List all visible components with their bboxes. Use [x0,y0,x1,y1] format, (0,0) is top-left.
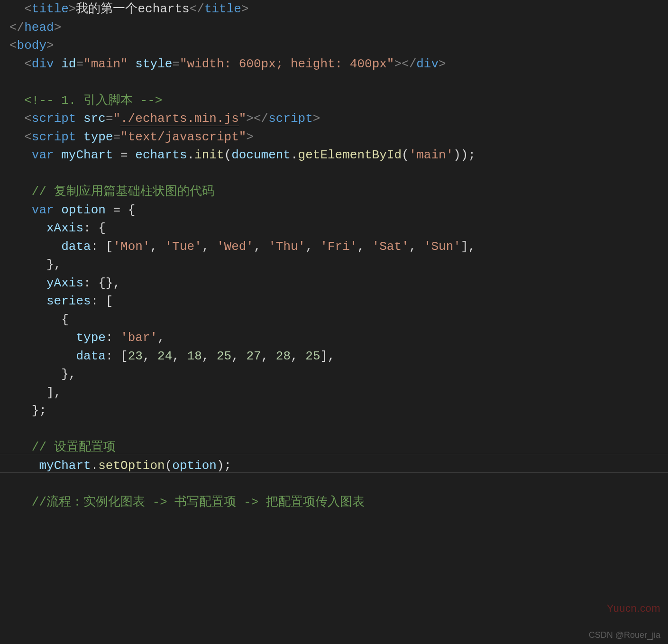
div-style: width: 600px; height: 400px [187,57,387,71]
comment-import: 1. 引入脚本 [61,93,133,108]
watermark-author: CSDN @Rouer_jia [589,630,660,640]
var-mychart: myChart [61,148,113,162]
title-text: 我的第一个echarts [76,2,189,16]
comment-option: // 复制应用篇基础柱状图的代码 [32,184,214,199]
script-src[interactable]: ./echarts.min.js [120,111,239,126]
script-type: text/javascript [128,130,239,144]
series-type: 'bar' [120,331,157,345]
code-editor[interactable]: <title>我的第一个echarts</title> </head> <bod… [0,0,668,511]
fn-setoption: setOption [98,459,165,473]
var-option: option [61,203,106,217]
fn-init: init [194,148,224,162]
arg-main: 'main' [409,148,454,162]
div-id: main [91,57,120,71]
comment-set: // 设置配置项 [32,440,116,454]
watermark-site: Yuucn.com [607,602,660,615]
echarts-obj: echarts [135,148,187,162]
fn-getelementbyid: getElementById [298,148,402,162]
comment-flow: //流程：实例化图表 -> 书写配置项 -> 把配置项传入图表 [32,495,365,509]
